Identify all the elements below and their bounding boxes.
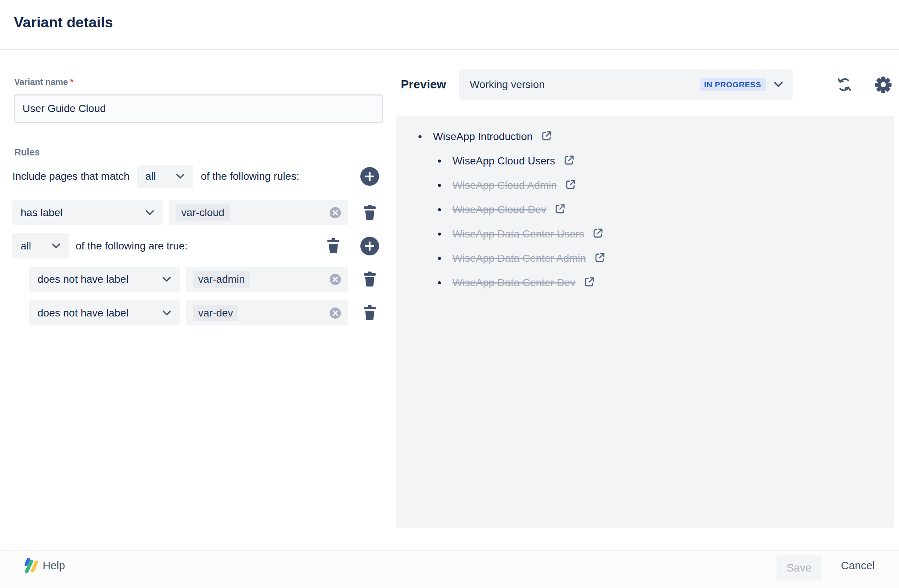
cancel-button[interactable]: Cancel [841,560,875,572]
trash-icon [363,272,377,287]
rule-value-field[interactable]: var-admin [186,267,348,292]
rule-row: has label var-cloud [12,200,379,225]
page-tree-item-excluded: WiseApp Cloud Dev [395,198,894,222]
trash-icon [363,205,377,220]
trash-icon [363,305,377,321]
external-link-icon[interactable] [541,130,552,142]
page-title: Variant details [14,14,113,31]
chevron-down-icon [145,208,155,218]
circle-x-icon[interactable] [329,207,341,219]
page-tree-item: WiseApp Cloud Users [395,149,894,173]
page-tree-item-excluded: WiseApp Data Center Dev [395,270,894,295]
label-chip: var-dev [193,305,238,321]
external-link-icon[interactable] [594,252,606,263]
version-name: Working version [470,79,545,91]
match-rule-line: Include pages that match all of the foll… [12,164,379,189]
external-link-icon[interactable] [584,276,595,288]
variant-name-label: Variant name* [14,77,73,87]
page-tree-item-excluded: WiseApp Data Center Admin [395,246,894,270]
dialog-footer: Help Save Cancel [0,551,899,588]
refresh-icon [836,76,853,93]
page-tree-item-excluded: WiseApp Data Center Users [395,222,894,246]
chevron-down-icon [773,79,784,90]
preview-panel: WiseApp Introduction WiseApp Cloud Users… [395,116,894,528]
group-operator-select[interactable]: all [12,233,69,258]
save-button[interactable]: Save [777,556,822,580]
circle-x-icon[interactable] [329,273,341,286]
add-group-rule-button[interactable] [360,237,379,255]
rule-condition-select[interactable]: does not have label [29,267,180,292]
help-link[interactable]: Help [43,560,65,572]
variant-details-dialog: Variant details Variant name* Rules Incl… [0,0,899,588]
label-chip: var-cloud [176,204,230,221]
chevron-down-icon [162,308,171,318]
external-link-icon[interactable] [563,155,575,166]
match-prefix-text: Include pages that match [12,170,130,182]
refresh-button[interactable] [835,76,853,94]
add-rule-button[interactable] [360,167,379,186]
rule-value-field[interactable]: var-cloud [169,200,348,225]
circle-x-icon[interactable] [329,307,341,319]
rule-row: does not have label var-admin [29,267,379,292]
delete-rule-button[interactable] [360,304,379,323]
page-tree-item-excluded: WiseApp Cloud Admin [395,173,894,198]
rule-value-field[interactable]: var-dev [186,300,348,326]
external-link-icon[interactable] [565,179,576,190]
external-link-icon[interactable] [555,204,565,215]
delete-group-button[interactable] [324,237,343,255]
status-badge: IN PROGRESS [700,78,766,91]
preview-label: Preview [401,77,446,91]
required-asterisk: * [70,77,73,87]
settings-button[interactable] [874,76,892,94]
page-tree: WiseApp Introduction WiseApp Cloud Users… [395,116,894,295]
delete-rule-button[interactable] [360,270,379,289]
brand-logo [23,557,38,574]
header-divider [0,49,899,50]
chevron-down-icon [162,275,171,284]
rule-condition-select[interactable]: has label [12,200,163,225]
chevron-down-icon [51,241,61,251]
version-selector[interactable]: Working version IN PROGRESS [459,69,792,100]
trash-icon [327,238,340,253]
delete-rule-button[interactable] [360,204,379,222]
variant-name-input[interactable] [14,94,383,123]
match-suffix-text: of the following rules: [201,170,299,182]
rule-group-row: all of the following are true: [12,233,379,258]
gear-icon [877,78,890,91]
plus-icon [365,242,374,250]
match-operator-select[interactable]: all [137,165,193,188]
label-chip: var-admin [193,271,250,288]
plus-icon [365,172,374,181]
group-label-text: of the following are true: [76,240,188,252]
rule-condition-select[interactable]: does not have label [29,300,180,326]
rules-heading: Rules [14,147,40,158]
chevron-down-icon [175,171,185,181]
external-link-icon[interactable] [592,228,604,239]
rule-row: does not have label var-dev [29,300,379,326]
page-tree-item: WiseApp Introduction [395,124,894,149]
